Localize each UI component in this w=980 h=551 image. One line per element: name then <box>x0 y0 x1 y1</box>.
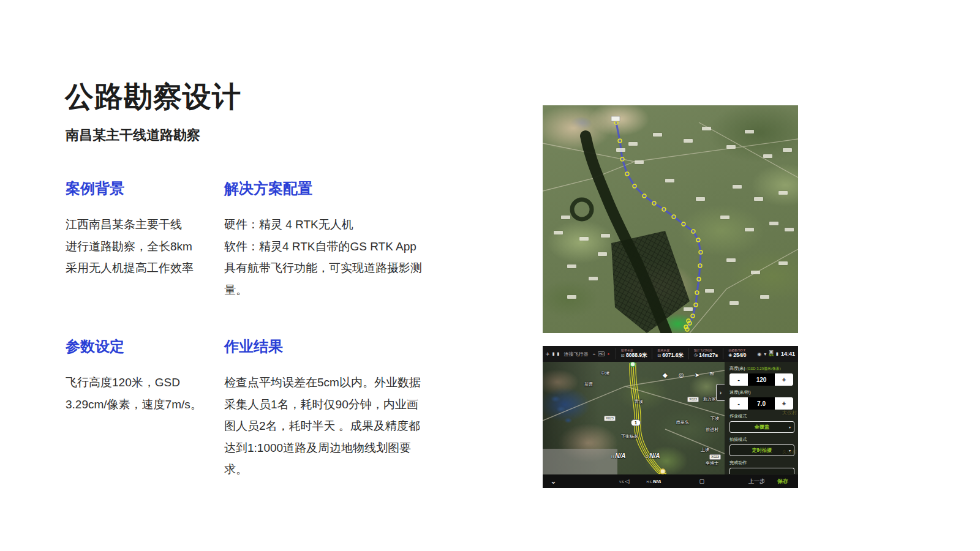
map-label-chip <box>628 142 638 146</box>
telemetry-h: HN/A <box>611 452 626 459</box>
section-body: 飞行高度120米，GSD 3.29cm/像素，速度7m/s。 <box>66 372 222 415</box>
map-label: 大仪村 <box>782 410 797 416</box>
section-case-background: 案例背景 江西南昌某条主要干线 进行道路勘察，全长8km 采用无人机提高工作效率 <box>66 179 222 279</box>
blurred-region <box>543 449 617 474</box>
navigation-arrow-icon[interactable]: ➤ <box>695 372 699 378</box>
section-heading: 参数设定 <box>66 337 222 356</box>
map-label-chip <box>778 191 788 195</box>
route-map-overlay <box>543 105 798 333</box>
panel-collapse-button[interactable]: › <box>716 384 725 401</box>
map-label-chip <box>702 127 711 130</box>
corridor-end-marker <box>660 469 665 474</box>
map-label-chip <box>751 271 760 274</box>
altitude-plus-button[interactable]: + <box>775 373 793 386</box>
map-label: 前曹 <box>584 381 593 388</box>
speed-plus-button[interactable]: + <box>775 397 793 410</box>
clock-time: 14:41 <box>781 351 795 357</box>
clock-icon: ◷ <box>694 353 698 358</box>
photo-icon: ⊡ <box>657 353 661 358</box>
signal-na-status: N/A <box>769 354 774 358</box>
gs-rtk-app-screenshot: ✈ ▮ ▮ 连接飞行器 ⌁ HD ● 航带长度 ⊡8088.9米 航线长度 ⊡6… <box>543 346 798 488</box>
map-label: 青溪 <box>635 399 643 405</box>
section-body: 硬件：精灵 4 RTK无人机 软件：精灵4 RTK自带的GS RTK App 具… <box>224 214 445 301</box>
map-label-chip <box>745 228 754 231</box>
save-button[interactable]: 保存 <box>777 478 788 485</box>
map-label: 尚垂头 <box>676 419 689 425</box>
layers-icon[interactable]: ≋ <box>709 370 714 377</box>
focus-icon[interactable]: ◆ <box>663 372 668 378</box>
stat-flight-time: 预计飞行时间 ◷14m27s <box>688 348 723 359</box>
app-map-view[interactable]: 中堎前曹X023青溪X023新万家下堎尚垂头前进村下街杨家上堎X023李博士 ◆… <box>543 362 725 474</box>
route-number-badge: 1 <box>631 419 641 426</box>
route-start-label-chip <box>611 116 620 121</box>
map-label-chip <box>684 307 693 311</box>
map-label: 下堎 <box>710 416 719 422</box>
speed-value: 7.0 <box>748 397 775 410</box>
battery-icon: ▮ <box>557 351 560 356</box>
camera-icon: ◉ <box>728 353 732 358</box>
map-label-chip <box>763 154 772 158</box>
collapse-chevron-icon[interactable]: ⌄ <box>550 478 557 484</box>
map-label-chip <box>760 295 769 299</box>
section-heading: 解决方案配置 <box>224 179 445 198</box>
section-heading: 作业结果 <box>224 337 445 356</box>
speed-minus-button[interactable]: - <box>729 397 748 410</box>
map-label-chip <box>783 148 792 152</box>
wifi-icon: ▾ <box>764 351 766 357</box>
altitude-value: 120 <box>748 373 775 386</box>
map-label-chip <box>579 237 589 241</box>
section-body: 江西南昌某条主要干线 进行道路勘察，全长8km 采用无人机提高工作效率 <box>66 214 222 279</box>
altitude-stepper: - 120 + <box>729 373 793 386</box>
telemetry-d: DN/A <box>646 452 660 459</box>
speed-label: 速度(米/秒) <box>729 389 793 395</box>
status-icons: ◉ ▾ ▣ N/A ▮ 14:41 <box>757 350 795 358</box>
gimbal-icon: ⌁ <box>592 351 595 357</box>
map-label-chip <box>598 252 607 256</box>
horizontal-speed-indicator: H.S N/A <box>646 479 661 484</box>
altitude-minus-button[interactable]: - <box>729 373 748 386</box>
map-label-chip <box>684 139 693 143</box>
flight-stats: 航带长度 ⊡8088.9米 航线长度 ⊡6071.6米 预计飞行时间 ◷14m2… <box>616 348 751 359</box>
map-label-chip <box>567 264 576 268</box>
photo-icon: ⊡ <box>621 353 625 358</box>
stop-square-icon[interactable]: ▢ <box>699 478 705 484</box>
map-label: 李博士 <box>706 460 718 467</box>
page-title: 公路勘察设计 <box>65 78 241 116</box>
shoot-mode-dropdown[interactable]: 定时拍摄 ▼ <box>729 444 794 456</box>
map-label-chip <box>745 130 754 133</box>
section-heading: 案例背景 <box>66 179 222 198</box>
map-label-chip <box>778 261 788 265</box>
map-label-chip <box>616 148 625 152</box>
map-label-chip <box>720 216 729 219</box>
hd-badge: HD <box>598 351 605 356</box>
finish-action-label: 完成动作 <box>729 460 793 466</box>
section-solution-config: 解决方案配置 硬件：精灵 4 RTK无人机 软件：精灵4 RTK自带的GS RT… <box>224 179 445 301</box>
finish-action-dropdown[interactable] <box>729 468 794 474</box>
map-label: 前进村 <box>706 427 718 433</box>
speaker-icon: ◁ <box>625 478 630 484</box>
shoot-mode-label: 拍摄模式 <box>729 437 793 443</box>
page-subtitle: 南昌某主干线道路勘察 <box>66 126 200 144</box>
map-label: 下街杨家 <box>621 433 638 440</box>
vertical-speed-indicator: V.S ◁ <box>619 478 630 484</box>
remote-controller-icon: ✈ <box>546 351 550 357</box>
work-mode-dropdown[interactable]: 全覆盖 ▼ <box>729 421 794 433</box>
stat-photo-count: 拍摄数/SD卡 ◉254/0 <box>723 348 751 359</box>
locate-icon[interactable]: ◎ <box>679 372 684 378</box>
map-label-chip <box>733 185 742 189</box>
map-label-chip <box>635 160 644 164</box>
location-pin-icon: ◉ <box>757 351 761 357</box>
gsd-note: (GSD 3.29厘米/像素) <box>747 366 781 372</box>
map-label-chip <box>567 295 576 299</box>
map-label-chip <box>726 145 736 149</box>
satellite-route-map-image <box>543 105 798 333</box>
map-label-chip <box>785 228 794 231</box>
map-label-chip <box>601 234 610 238</box>
mission-settings-panel: 大仪村 久仪村 高度(米) (GSD 3.29厘米/像素) - 120 + 速度… <box>725 362 798 474</box>
map-label-chip <box>769 222 778 225</box>
map-label: X023 <box>687 397 699 402</box>
previous-step-button[interactable]: 上一步 <box>748 478 765 485</box>
map-label: 中堎 <box>601 370 609 377</box>
map-label-chip <box>726 258 736 262</box>
app-bottom-bar: ⌄ V.S ◁ H.S N/A ▢ 上一步 保存 <box>543 474 798 488</box>
